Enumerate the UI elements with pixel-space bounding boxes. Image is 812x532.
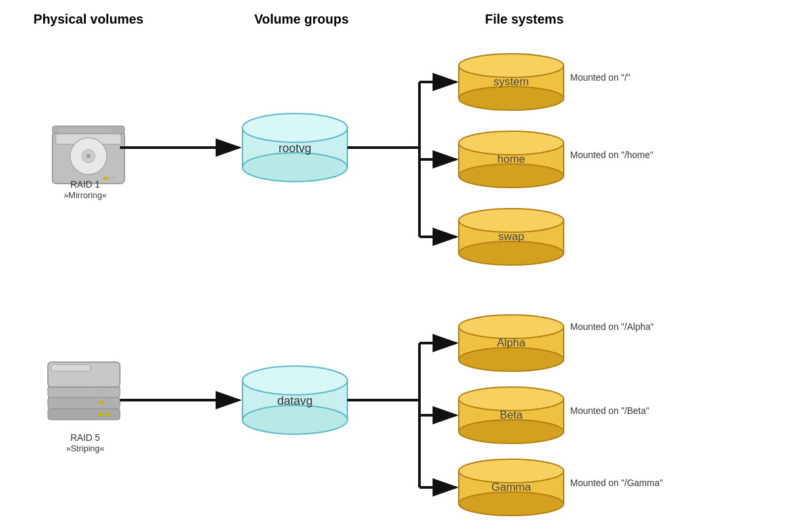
svg-rect-15 [106, 413, 110, 416]
svg-point-25 [459, 54, 564, 77]
gamma-label: Gamma [492, 481, 532, 493]
rootvg-cylinder: rootvg [242, 113, 347, 182]
svg-rect-14 [99, 413, 104, 416]
svg-rect-16 [99, 401, 104, 404]
raid5-sublabel: »Striping« [66, 443, 105, 453]
system-label: system [493, 75, 529, 88]
mounted-home: Mounted on "/home" [570, 150, 653, 160]
home-cylinder: home [459, 131, 564, 188]
alpha-label: Alpha [497, 337, 526, 349]
svg-point-31 [459, 209, 564, 232]
datavg-label: datavg [277, 394, 313, 407]
raid5-disk-icon [48, 362, 120, 420]
raid1-label: RAID 1 [70, 179, 100, 190]
svg-point-20 [242, 153, 347, 182]
rootvg-label: rootvg [279, 142, 311, 155]
swap-label: swap [498, 230, 524, 243]
datavg-cylinder: datavg [242, 366, 347, 434]
alpha-cylinder: Alpha [459, 315, 564, 371]
system-cylinder: system [459, 54, 564, 110]
beta-label: Beta [500, 409, 524, 421]
svg-point-37 [459, 387, 564, 411]
svg-point-40 [459, 459, 564, 483]
mounted-system: Mounted on "/" [570, 72, 630, 83]
svg-point-28 [459, 131, 564, 155]
svg-point-19 [242, 113, 347, 142]
main-svg: RAID 1 »Mirroring« RAID 5 »Striping« ro [0, 0, 812, 532]
svg-point-22 [242, 366, 347, 395]
svg-point-23 [242, 405, 347, 434]
svg-point-29 [459, 164, 564, 188]
diagram: Physical volumes Volume groups File syst… [0, 0, 812, 532]
svg-rect-6 [104, 177, 108, 180]
raid5-label: RAID 5 [70, 432, 100, 443]
svg-point-26 [459, 87, 564, 110]
svg-point-5 [87, 154, 90, 158]
svg-point-34 [459, 315, 564, 338]
home-label: home [497, 153, 526, 165]
svg-rect-13 [51, 365, 90, 371]
svg-rect-8 [59, 129, 111, 133]
gamma-cylinder: Gamma [459, 459, 564, 516]
svg-point-32 [459, 241, 564, 265]
svg-point-41 [459, 492, 564, 516]
svg-point-38 [459, 420, 564, 443]
mounted-alpha: Mounted on "/Alpha" [570, 321, 653, 332]
raid1-disk-icon [52, 126, 125, 184]
raid1-sublabel: »Mirroring« [64, 190, 107, 200]
mounted-beta: Mounted on "/Beta" [570, 405, 649, 416]
svg-rect-7 [110, 177, 115, 180]
svg-point-35 [459, 348, 564, 371]
mounted-gamma: Mounted on "/Gamma" [570, 478, 663, 488]
svg-rect-10 [48, 397, 120, 409]
swap-cylinder: swap [459, 209, 564, 265]
beta-cylinder: Beta [459, 387, 564, 443]
svg-rect-17 [99, 390, 104, 393]
